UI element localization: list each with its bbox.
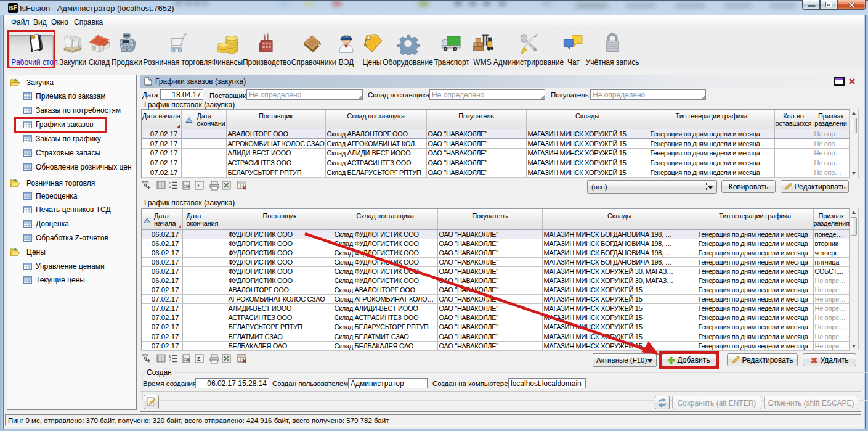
svg-text:Σ: Σ	[197, 356, 201, 362]
svg-text:Σ: Σ	[197, 183, 201, 189]
svg-text:2: 2	[169, 185, 171, 189]
svg-text:2: 2	[169, 358, 171, 362]
